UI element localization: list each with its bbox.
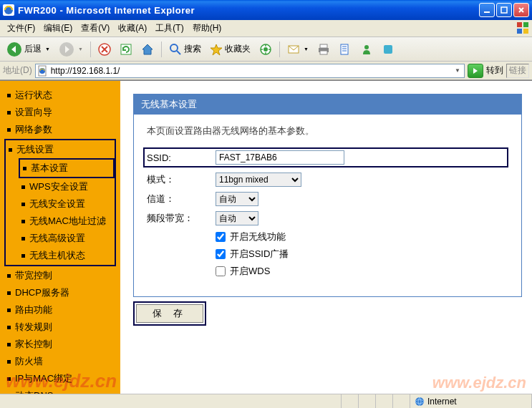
sidebar-item-wlan[interactable]: 无线设置 [6, 141, 115, 158]
svg-rect-4 [523, 22, 528, 27]
page-content: 运行状态 设置向导 网络参数 无线设置 基本设置 WPS安全设置 无线安全设置 … [0, 80, 532, 394]
status-zone: Internet [410, 394, 532, 408]
messenger-button[interactable] [357, 40, 377, 59]
favorites-label: 收藏夹 [225, 43, 251, 55]
address-dropdown-icon[interactable]: ▼ [453, 67, 463, 74]
sidebar-item-ddns[interactable]: 动态DNS [4, 387, 116, 394]
wlan-basic-panel: 无线基本设置 本页面设置路由器无线网络的基本参数。 SSID: 模式： 11bg… [133, 94, 522, 297]
globe-icon [415, 397, 425, 407]
back-button[interactable]: 后退 ▼ [3, 40, 54, 59]
menubar: 文件(F) 编辑(E) 查看(V) 收藏(A) 工具(T) 帮助(H) [0, 20, 532, 37]
mode-select[interactable]: 11bgn mixed [216, 173, 301, 187]
svg-rect-18 [341, 44, 348, 54]
ssid-input[interactable] [216, 150, 344, 165]
svg-rect-20 [384, 45, 392, 54]
svg-point-19 [364, 45, 369, 49]
svg-rect-17 [320, 51, 327, 54]
ie-icon [3, 4, 14, 16]
sidebar-item-fwd[interactable]: 转发规则 [4, 319, 116, 336]
address-box[interactable]: ▼ [35, 64, 465, 78]
home-button[interactable] [137, 40, 158, 59]
svg-point-13 [263, 47, 268, 52]
sidebar-group-wlan: 无线设置 基本设置 WPS安全设置 无线安全设置 无线MAC地址过滤 无线高级设… [4, 139, 116, 266]
button-row: 保 存 [133, 301, 522, 326]
sidebar-item-host[interactable]: 无线主机状态 [19, 247, 115, 264]
menu-file[interactable]: 文件(F) [3, 20, 39, 37]
sidebar-item-dhcp[interactable]: DHCP服务器 [4, 284, 116, 301]
row-bandwidth: 频段带宽： 自动 [147, 211, 508, 225]
sidebar-item-wps[interactable]: WPS安全设置 [19, 178, 115, 195]
svg-rect-3 [517, 22, 522, 27]
sidebar-item-parent[interactable]: 家长控制 [4, 336, 116, 353]
channel-select[interactable]: 自动 [216, 192, 258, 206]
save-button-highlight: 保 存 [133, 301, 206, 326]
refresh-button[interactable] [116, 40, 136, 59]
status-cell-2 [359, 394, 376, 408]
save-button[interactable]: 保 存 [136, 304, 203, 323]
enable-ssid-checkbox[interactable] [216, 249, 226, 259]
window-title: FWR200 - Microsoft Internet Explorer [18, 5, 479, 16]
print-button[interactable] [314, 40, 334, 59]
sidebar-item-adv[interactable]: 无线高级设置 [19, 230, 115, 247]
sidebar-item-netparam[interactable]: 网络参数 [4, 121, 116, 138]
minimize-button[interactable] [479, 3, 495, 17]
menu-help[interactable]: 帮助(H) [188, 20, 226, 37]
status-message [0, 394, 342, 408]
zone-label: Internet [427, 397, 457, 407]
bandwidth-select[interactable]: 自动 [216, 211, 258, 225]
menu-edit[interactable]: 编辑(E) [39, 20, 77, 37]
sidebar-item-mac[interactable]: 无线MAC地址过滤 [19, 213, 115, 230]
enable-wds-checkbox[interactable] [216, 266, 226, 276]
sidebar-item-fw[interactable]: 防火墙 [4, 353, 116, 370]
search-button[interactable]: 搜索 [165, 40, 205, 59]
sidebar-item-wizard[interactable]: 设置向导 [4, 104, 116, 121]
url-input[interactable] [51, 66, 453, 76]
chevron-down-icon: ▼ [45, 47, 50, 52]
stop-button[interactable] [95, 40, 115, 59]
forward-button: ▼ [55, 40, 87, 59]
enable-wlan-label: 开启无线功能 [230, 230, 286, 243]
go-label: 转到 [486, 64, 503, 77]
statusbar: Internet [0, 394, 532, 408]
row-ssid: SSID: [143, 147, 508, 167]
mode-label: 模式： [147, 173, 216, 186]
menu-tools[interactable]: 工具(T) [151, 20, 188, 37]
row-enable-wlan: 开启无线功能 [216, 230, 508, 243]
chevron-down-icon: ▼ [304, 47, 309, 52]
enable-wlan-checkbox[interactable] [216, 232, 226, 242]
sidebar-item-ipmac[interactable]: IP与MAC绑定 [4, 370, 116, 387]
main-panel-area: 无线基本设置 本页面设置路由器无线网络的基本参数。 SSID: 模式： 11bg… [120, 81, 532, 394]
mail-button[interactable]: ▼ [284, 40, 312, 59]
panel-desc: 本页面设置路由器无线网络的基本参数。 [147, 125, 508, 137]
row-mode: 模式： 11bgn mixed [147, 173, 508, 187]
sidebar-item-bw[interactable]: 带宽控制 [4, 267, 116, 284]
svg-rect-15 [320, 44, 327, 48]
back-label: 后退 [24, 43, 42, 55]
sidebar-item-basic[interactable]: 基本设置 [19, 158, 115, 178]
go-button[interactable] [468, 64, 483, 78]
sidebar-item-runstatus[interactable]: 运行状态 [4, 87, 116, 104]
status-cell-1 [342, 394, 359, 408]
sidebar-item-route[interactable]: 路由功能 [4, 301, 116, 319]
svg-point-11 [170, 44, 178, 52]
windows-logo-icon [516, 21, 529, 34]
menu-favorites[interactable]: 收藏(A) [114, 20, 151, 37]
window-titlebar: FWR200 - Microsoft Internet Explorer [0, 0, 532, 20]
svg-point-23 [415, 397, 424, 406]
extra-button[interactable] [378, 40, 398, 59]
status-cell-3 [376, 394, 393, 408]
svg-rect-6 [523, 29, 528, 34]
edit-button[interactable] [335, 40, 355, 59]
history-button[interactable] [256, 40, 276, 59]
menu-view[interactable]: 查看(V) [77, 20, 114, 37]
maximize-button[interactable] [496, 3, 512, 17]
status-cell-4 [393, 394, 410, 408]
close-button[interactable] [513, 3, 529, 17]
channel-label: 信道： [147, 193, 216, 205]
favorites-button[interactable]: 收藏夹 [206, 40, 254, 59]
row-enable-wds: 开启WDS [216, 265, 508, 278]
links-label[interactable]: 链接 [506, 64, 529, 78]
sidebar-item-wsec[interactable]: 无线安全设置 [19, 195, 115, 213]
enable-ssid-label: 开启SSID广播 [230, 248, 289, 261]
address-label: 地址(D) [3, 64, 32, 77]
